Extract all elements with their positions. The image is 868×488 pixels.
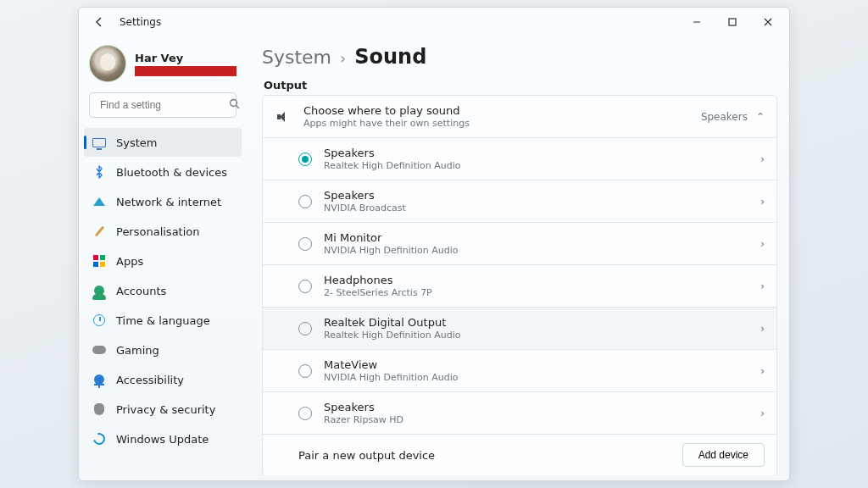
profile[interactable]: Har Vey bbox=[84, 42, 242, 91]
shield-icon bbox=[92, 402, 106, 416]
minimize-button[interactable] bbox=[679, 8, 715, 36]
person-icon bbox=[92, 284, 106, 297]
chevron-right-icon[interactable]: › bbox=[760, 280, 765, 292]
radio-icon[interactable] bbox=[298, 237, 312, 251]
device-row[interactable]: MateView NVIDIA High Definition Audio › bbox=[263, 349, 776, 391]
profile-name: Har Vey bbox=[135, 52, 236, 64]
device-row[interactable]: Speakers Realtek High Definition Audio › bbox=[263, 137, 776, 180]
device-name: Speakers bbox=[324, 401, 748, 413]
search-input[interactable] bbox=[98, 98, 229, 112]
device-name: MateView bbox=[324, 358, 748, 371]
sidebar: Har Vey System Blueto bbox=[79, 36, 247, 480]
device-name: Realtek Digital Output bbox=[324, 316, 748, 329]
breadcrumb: System › Sound bbox=[262, 42, 786, 70]
search-box[interactable] bbox=[89, 92, 236, 118]
device-row[interactable]: Headphones 2- SteelSeries Arctis 7P › bbox=[263, 264, 776, 307]
window-title: Settings bbox=[120, 16, 161, 28]
device-row[interactable]: Speakers NVIDIA Broadcast › bbox=[263, 180, 776, 222]
radio-selected-icon[interactable] bbox=[298, 152, 312, 166]
settings-window: Settings Har Vey bbox=[78, 7, 790, 481]
sidebar-item-apps[interactable]: Apps bbox=[84, 247, 242, 275]
chevron-up-icon: ⌃ bbox=[756, 111, 765, 123]
device-detail: NVIDIA High Definition Audio bbox=[324, 372, 748, 383]
sidebar-item-label: Accounts bbox=[116, 285, 166, 297]
add-device-button[interactable]: Add device bbox=[682, 443, 765, 467]
sidebar-item-system[interactable]: System bbox=[84, 128, 242, 157]
sidebar-item-accounts[interactable]: Accounts bbox=[84, 276, 242, 305]
titlebar: Settings bbox=[79, 8, 789, 36]
sidebar-item-label: Apps bbox=[116, 255, 143, 268]
radio-icon[interactable] bbox=[298, 195, 312, 208]
output-selected-label: Speakers bbox=[701, 111, 748, 123]
sidebar-item-label: System bbox=[116, 136, 157, 149]
sidebar-item-label: Time & language bbox=[116, 314, 210, 327]
device-row[interactable]: Speakers Razer Ripsaw HD › bbox=[263, 391, 776, 434]
system-icon bbox=[92, 136, 106, 149]
device-name: Speakers bbox=[324, 147, 748, 159]
pair-label: Pair a new output device bbox=[298, 449, 670, 462]
output-header-row[interactable]: Choose where to play sound Apps might ha… bbox=[263, 96, 776, 137]
device-detail: Realtek High Definition Audio bbox=[324, 160, 748, 171]
sidebar-item-privacy[interactable]: Privacy & security bbox=[84, 395, 242, 424]
device-detail: NVIDIA High Definition Audio bbox=[324, 245, 748, 256]
maximize-button[interactable] bbox=[715, 8, 750, 36]
svg-point-2 bbox=[231, 100, 237, 107]
update-icon bbox=[92, 432, 106, 446]
device-name: Headphones bbox=[324, 274, 748, 286]
chevron-right-icon[interactable]: › bbox=[760, 365, 765, 377]
gamepad-icon bbox=[92, 343, 106, 357]
output-header-subtitle: Apps might have their own settings bbox=[303, 118, 689, 129]
sidebar-item-label: Privacy & security bbox=[116, 403, 215, 416]
radio-icon[interactable] bbox=[298, 280, 312, 293]
sidebar-item-gaming[interactable]: Gaming bbox=[84, 336, 242, 364]
bluetooth-icon bbox=[92, 165, 106, 179]
device-row[interactable]: Realtek Digital Output Realtek High Defi… bbox=[263, 307, 776, 349]
content: System › Sound Output Choose where to pl… bbox=[247, 36, 789, 480]
sidebar-item-time[interactable]: Time & language bbox=[84, 306, 242, 335]
breadcrumb-parent[interactable]: System bbox=[262, 47, 331, 68]
device-detail: Realtek High Definition Audio bbox=[324, 330, 748, 341]
sidebar-item-update[interactable]: Windows Update bbox=[84, 424, 242, 453]
sidebar-item-label: Windows Update bbox=[116, 433, 209, 446]
radio-icon[interactable] bbox=[298, 322, 312, 336]
search-icon bbox=[229, 98, 240, 112]
accessibility-icon bbox=[92, 373, 106, 386]
wifi-icon bbox=[92, 195, 106, 208]
apps-icon bbox=[92, 254, 106, 268]
page-title: Sound bbox=[354, 45, 426, 69]
sidebar-item-network[interactable]: Network & internet bbox=[84, 187, 242, 216]
sidebar-item-accessibility[interactable]: Accessibility bbox=[84, 365, 242, 394]
close-button[interactable] bbox=[750, 8, 786, 36]
svg-rect-1 bbox=[729, 19, 736, 25]
radio-icon[interactable] bbox=[298, 364, 312, 378]
pair-row: Pair a new output device Add device bbox=[263, 434, 776, 475]
brush-icon bbox=[92, 225, 106, 238]
avatar bbox=[89, 45, 126, 82]
profile-email-redacted bbox=[135, 66, 236, 76]
output-devices-card: Choose where to play sound Apps might ha… bbox=[262, 95, 777, 475]
sidebar-item-label: Bluetooth & devices bbox=[116, 166, 227, 179]
sidebar-item-label: Gaming bbox=[116, 344, 159, 357]
chevron-right-icon[interactable]: › bbox=[760, 323, 765, 335]
output-header-title: Choose where to play sound bbox=[303, 104, 689, 117]
chevron-right-icon[interactable]: › bbox=[760, 153, 765, 165]
device-row[interactable]: Mi Monitor NVIDIA High Definition Audio … bbox=[263, 222, 776, 264]
device-name: Speakers bbox=[324, 189, 748, 202]
sidebar-item-label: Network & internet bbox=[116, 196, 221, 208]
sidebar-item-bluetooth[interactable]: Bluetooth & devices bbox=[84, 158, 242, 186]
clock-icon bbox=[92, 313, 106, 327]
chevron-right-icon[interactable]: › bbox=[760, 408, 765, 419]
device-detail: 2- SteelSeries Arctis 7P bbox=[324, 287, 748, 298]
radio-icon[interactable] bbox=[298, 407, 312, 420]
back-button[interactable] bbox=[86, 8, 113, 36]
sidebar-item-label: Personalisation bbox=[116, 225, 200, 238]
content-scroll[interactable]: Choose where to play sound Apps might ha… bbox=[262, 95, 786, 475]
section-output-label: Output bbox=[264, 79, 786, 92]
sidebar-item-personalisation[interactable]: Personalisation bbox=[84, 217, 242, 246]
device-detail: Razer Ripsaw HD bbox=[324, 414, 748, 425]
chevron-right-icon[interactable]: › bbox=[760, 196, 765, 208]
sidebar-item-label: Accessibility bbox=[116, 374, 184, 386]
chevron-right-icon[interactable]: › bbox=[760, 238, 765, 250]
speaker-icon bbox=[275, 112, 292, 122]
nav: System Bluetooth & devices Network & int… bbox=[84, 128, 242, 453]
